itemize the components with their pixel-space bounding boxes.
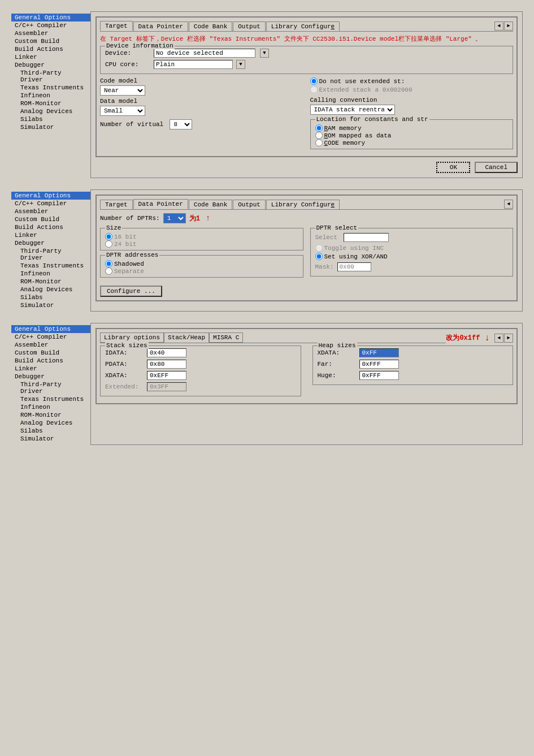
sidebar-item-silabs-1[interactable]: Silabs [11, 115, 90, 123]
idata-input[interactable] [147, 348, 186, 357]
device-input[interactable] [154, 49, 255, 58]
sidebar-item-assembler-3[interactable]: Assembler [11, 341, 90, 349]
tab-library-config-1[interactable]: Library Configure [266, 21, 340, 31]
tab-prev-btn-1[interactable]: ◄ [494, 21, 503, 31]
calling-conv-select[interactable]: IDATA stack reentrant [310, 105, 395, 115]
sidebar-item-third-party-1[interactable]: Third-Party Driver [11, 69, 90, 84]
tab-output-1[interactable]: Output [233, 21, 266, 31]
tab-library-config-2[interactable]: Library Configure [266, 200, 340, 209]
far-input[interactable] [359, 360, 399, 369]
select-input[interactable] [344, 233, 389, 242]
radio-separate-input[interactable] [105, 267, 112, 275]
code-model-select[interactable]: Near Far Huge [100, 85, 145, 96]
sidebar-item-build-actions-2[interactable]: Build Actions [11, 223, 90, 231]
sidebar-item-infineon-3[interactable]: Infineon [11, 403, 90, 411]
tab-library-options-3[interactable]: Library options [100, 332, 164, 343]
sidebar-item-silabs-3[interactable]: Silabs [11, 427, 90, 435]
sidebar-item-texas-1[interactable]: Texas Instruments [11, 84, 90, 92]
mask-row: Mask: [315, 262, 509, 271]
sidebar-item-simulator-3[interactable]: Simulator [11, 435, 90, 443]
radio-shadowed-input[interactable] [105, 260, 112, 267]
tab-next-btn-1[interactable]: ► [504, 21, 513, 31]
tab-prev-btn-2[interactable]: ◄ [504, 200, 513, 209]
sidebar-item-general-options-1[interactable]: General Options [11, 14, 90, 21]
sidebar-item-custom-build-3[interactable]: Custom Build [11, 349, 90, 357]
sidebar-item-silabs-2[interactable]: Silabs [11, 293, 90, 301]
sidebar-item-simulator-1[interactable]: Simulator [11, 123, 90, 131]
radio-no-extended-label: Do not use extended st: [319, 78, 405, 85]
tab-misra-c-3[interactable]: MISRA C [209, 332, 243, 343]
sidebar-item-simulator-2[interactable]: Simulator [11, 301, 90, 309]
tab-code-bank-2[interactable]: Code Bank [189, 200, 232, 209]
sidebar-item-general-options-3[interactable]: General Options [11, 325, 90, 333]
sidebar-item-analog-1[interactable]: Analog Devices [11, 107, 90, 115]
configure-button[interactable]: Configure ... [100, 286, 162, 297]
sidebar-item-third-party-3[interactable]: Third-Party Driver [11, 381, 90, 395]
sidebar-item-build-actions-3[interactable]: Build Actions [11, 357, 90, 365]
xdata-input[interactable] [359, 348, 399, 357]
pdata-input[interactable] [147, 360, 186, 369]
data-model-select[interactable]: Small Medium Large [100, 106, 145, 116]
sidebar-item-compiler-2[interactable]: C/C++ Compiler [11, 200, 90, 208]
radio-16bit-input[interactable] [105, 233, 112, 240]
cancel-button-1[interactable]: Cancel [475, 162, 518, 173]
radio-code-input[interactable] [315, 139, 323, 146]
sidebar-item-rom-monitor-1[interactable]: ROM-Monitor [11, 100, 90, 107]
dptr-select[interactable]: 1 2 [163, 213, 186, 223]
device-dropdown-btn[interactable]: ▼ [260, 49, 269, 58]
tab-stack-heap-3[interactable]: Stack/Heap [164, 332, 209, 343]
tab-data-pointer-1[interactable]: Data Pointer [133, 21, 188, 31]
huge-input[interactable] [359, 371, 399, 380]
radio-toggle-input[interactable] [315, 244, 323, 252]
tab-code-bank-1[interactable]: Code Bank [189, 21, 232, 31]
sidebar-item-linker-1[interactable]: Linker [11, 53, 90, 61]
radio-ram-input[interactable] [315, 124, 323, 132]
sidebar-item-compiler-1[interactable]: C/C++ Compiler [11, 21, 90, 29]
main-content-1: Target Data Pointer Code Bank Output Lib… [90, 11, 523, 178]
ok-button-1[interactable]: OK [436, 162, 470, 173]
sidebar-item-third-party-2[interactable]: Third-Party Driver [11, 247, 90, 262]
radio-rom-input[interactable] [315, 132, 323, 139]
tab-target-1[interactable]: Target [100, 21, 133, 31]
radio-extended-input[interactable] [310, 86, 318, 93]
sidebar-item-assembler-2[interactable]: Assembler [11, 208, 90, 215]
sidebar-item-debugger-3[interactable]: Debugger [11, 373, 90, 381]
dialog-3: Library options Stack/Heap MISRA C 改为0x1… [95, 328, 518, 404]
sidebar-item-analog-2[interactable]: Analog Devices [11, 286, 90, 293]
sidebar-item-general-options-2[interactable]: General Options [11, 192, 90, 200]
tab-output-2[interactable]: Output [233, 200, 266, 209]
tab-nav-3: ◄ ► [494, 334, 513, 343]
sidebar-item-linker-2[interactable]: Linker [11, 231, 90, 239]
sidebar-item-assembler-1[interactable]: Assembler [11, 29, 90, 37]
tab-target-2[interactable]: Target [100, 200, 133, 209]
radio-extended: Extended stack a 0x002000 [310, 86, 514, 93]
sidebar-item-analog-3[interactable]: Analog Devices [11, 419, 90, 427]
sidebar-item-rom-monitor-2[interactable]: ROM-Monitor [11, 278, 90, 286]
sidebar-item-custom-build-2[interactable]: Custom Build [11, 215, 90, 223]
tab-next-btn-3[interactable]: ► [504, 334, 513, 343]
sidebar-item-texas-3[interactable]: Texas Instruments [11, 395, 90, 403]
sidebar-item-infineon-1[interactable]: Infineon [11, 92, 90, 100]
radio-set-xor-input[interactable] [315, 253, 323, 260]
tab-data-pointer-2[interactable]: Data Pointer [133, 199, 188, 209]
sidebar-item-debugger-2[interactable]: Debugger [11, 239, 90, 247]
dialog-1: Target Data Pointer Code Bank Output Lib… [95, 16, 518, 157]
sidebar-item-debugger-1[interactable]: Debugger [11, 61, 90, 69]
sidebar-item-custom-build-1[interactable]: Custom Build [11, 37, 90, 45]
calling-conv-row: IDATA stack reentrant [310, 105, 514, 115]
num-virtual-label: Number of virtual [100, 121, 163, 128]
sidebar-item-build-actions-1[interactable]: Build Actions [11, 45, 90, 53]
num-virtual-select[interactable]: 8 16 [170, 119, 192, 129]
cpu-dropdown-btn[interactable]: ▼ [236, 60, 245, 69]
sidebar-item-texas-2[interactable]: Texas Instruments [11, 262, 90, 270]
sidebar-item-linker-3[interactable]: Linker [11, 365, 90, 373]
cpu-input[interactable] [154, 60, 233, 69]
sidebar-item-compiler-3[interactable]: C/C++ Compiler [11, 333, 90, 341]
radio-no-extended-input[interactable] [310, 77, 318, 85]
sidebar-item-rom-monitor-3[interactable]: ROM-Monitor [11, 411, 90, 419]
radio-24bit-input[interactable] [105, 240, 112, 248]
sidebar-item-infineon-2[interactable]: Infineon [11, 270, 90, 278]
xdata2-input[interactable] [147, 371, 186, 380]
mask-input[interactable] [337, 262, 371, 271]
tab-prev-btn-3[interactable]: ◄ [494, 334, 503, 343]
